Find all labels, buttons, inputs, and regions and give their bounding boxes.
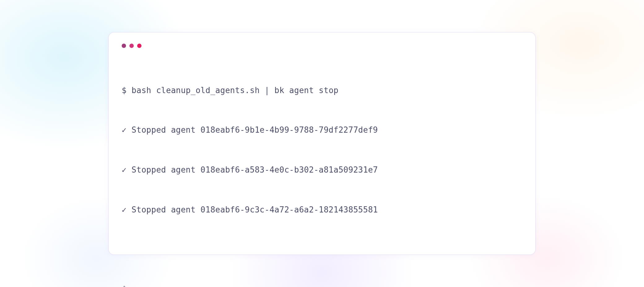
terminal-content[interactable]: $ bash cleanup_old_agents.sh | bk agent … (122, 57, 522, 287)
terminal-window: $ bash cleanup_old_agents.sh | bk agent … (108, 32, 536, 255)
blank-line (122, 243, 522, 256)
command-line: $ bash cleanup_old_agents.sh | bk agent … (122, 84, 522, 97)
output-line: ✓ Stopped agent 018eabf6-9b1e-4b99-9788-… (122, 123, 522, 137)
prompt-line: $ (122, 283, 522, 287)
prompt-symbol: $ (122, 86, 127, 95)
minimize-icon[interactable] (129, 44, 134, 48)
prompt-symbol: $ (122, 285, 127, 287)
close-icon[interactable] (122, 44, 126, 48)
maximize-icon[interactable] (137, 44, 141, 48)
output-line: ✓ Stopped agent 018eabf6-a583-4e0c-b302-… (122, 163, 522, 177)
output-line: ✓ Stopped agent 018eabf6-9c3c-4a72-a6a2-… (122, 203, 522, 216)
command-text: bash cleanup_old_agents.sh | bk agent st… (132, 86, 338, 95)
window-controls (122, 44, 522, 48)
